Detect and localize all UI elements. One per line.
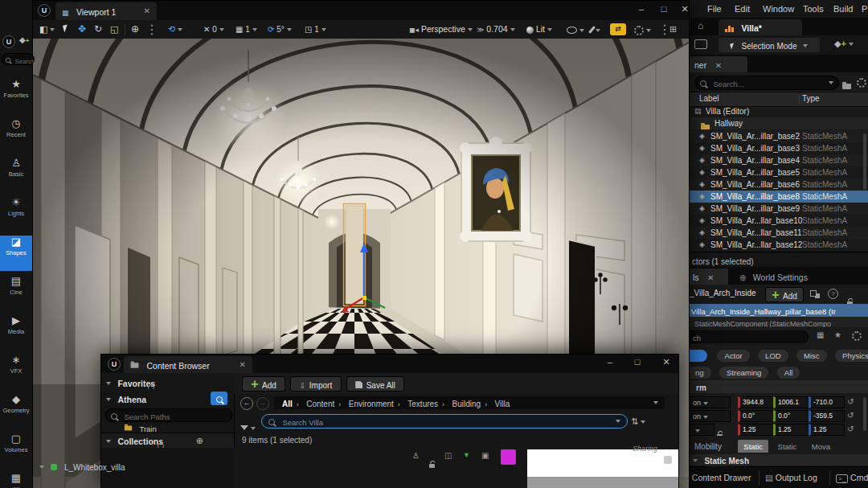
add-component-button[interactable]: + Add [765, 287, 804, 302]
sidebar-item-all[interactable]: ▦All [0, 472, 32, 488]
show-flags-icon[interactable] [567, 20, 584, 39]
sidebar-item-basic[interactable]: ♙Basic [0, 157, 32, 192]
filter-chip-all[interactable]: All [777, 367, 800, 379]
editor-mode-icon[interactable]: ◧ [39, 20, 55, 39]
cb-title-bar[interactable]: U Content Browser ✕ – □ ✕ [101, 355, 678, 373]
favorites-star-icon[interactable]: ★ [834, 330, 841, 339]
blueprint-icon[interactable] [810, 290, 817, 297]
tree-row-folder[interactable]: Hallway [688, 117, 868, 129]
outliner-search-input[interactable]: Search... [694, 76, 839, 90]
search-icon[interactable] [148, 384, 154, 389]
folder-row-train[interactable]: Train [101, 423, 234, 432]
scale-lock-icon[interactable] [717, 434, 723, 436]
component-row-sub[interactable]: StaticMeshComponent (StaticMeshCompo [688, 317, 868, 327]
reset-icon[interactable]: ↺ [847, 423, 854, 435]
sort-view-options-icon[interactable]: ⇅ [631, 412, 645, 431]
add-quick-icon[interactable]: ◆+ [19, 35, 29, 44]
transform-value-y[interactable]: 1.25 [773, 424, 809, 436]
maximize-icon[interactable]: □ [655, 4, 673, 14]
help-icon[interactable]: ? [828, 289, 838, 299]
sidebar-item-media[interactable]: ▶Media [0, 314, 32, 350]
close-icon[interactable]: ✕ [144, 2, 150, 20]
details-tab[interactable]: ls ✕ [688, 269, 728, 285]
breadcrumb-villa[interactable]: Villa [495, 400, 510, 408]
maximize-icon[interactable]: □ [628, 357, 646, 367]
reset-icon[interactable]: ↺ [847, 409, 854, 421]
scale-tool-icon[interactable]: ◱ [110, 20, 118, 39]
breadcrumb-content[interactable]: Content [306, 400, 334, 408]
sidebar-item-vfx[interactable]: ∗VFX [0, 354, 32, 389]
more-options-icon[interactable]: ⋮ [145, 20, 158, 39]
outliner-row[interactable]: ◈SM_Villa_Ar...illar_base6StaticMeshA [688, 178, 868, 191]
outliner-row[interactable]: ◈SM_Villa_Ar...llar_base12StaticMeshA [688, 239, 868, 251]
menu-clipped[interactable]: P [862, 0, 867, 18]
tree-row-root[interactable]: ▤ Villa (Editor) [688, 105, 868, 117]
output-log-button[interactable]: ▤ Output Log [765, 467, 817, 488]
cb-add-button[interactable]: + Add [242, 376, 285, 392]
cb-save-all-button[interactable]: Save All [346, 376, 404, 392]
viewport-settings-button[interactable] [634, 20, 651, 39]
add-actor-button[interactable]: ◆+ [834, 39, 854, 49]
menu-file[interactable]: File [707, 0, 722, 18]
filter-chip-actor[interactable]: Actor [717, 350, 749, 362]
reset-icon[interactable]: ↺ [847, 396, 854, 408]
outliner-row[interactable]: ◈SM_Villa_Ar...llar_base10StaticMeshA [688, 215, 868, 227]
close-icon[interactable]: ✕ [657, 357, 675, 367]
world-space-icon[interactable]: ⊕ [131, 20, 139, 39]
breadcrumb-building[interactable]: Building [452, 400, 481, 408]
sidebar-item-favorites[interactable]: ★Favorites [0, 78, 32, 113]
mobility-static[interactable]: Static [738, 440, 768, 453]
chevron-down-icon[interactable]: ▼ [463, 451, 470, 459]
collections-section[interactable]: Collections ⊕ [101, 433, 234, 449]
outliner-row[interactable]: ◈SM_Villa_Ar...llar_base11StaticMeshA [688, 227, 868, 239]
brush-size-icon[interactable] [591, 20, 600, 39]
details-settings-icon[interactable] [852, 331, 862, 341]
menu-tools[interactable]: Tools [803, 0, 824, 18]
camera-bookmark-icon[interactable] [694, 39, 707, 49]
breadcrumb-all[interactable]: All [282, 400, 293, 408]
breadcrumb-environment[interactable]: Environment [349, 400, 394, 408]
filter-chip-selected[interactable] [688, 350, 707, 362]
outliner-scrollbar[interactable] [863, 133, 866, 190]
view-mode-dropdown[interactable]: Lit [526, 20, 552, 39]
static-mesh-section-header[interactable]: Static Mesh [688, 454, 868, 465]
overlay-button[interactable] [664, 456, 672, 464]
rotate-tool-icon[interactable]: ↻ [94, 20, 102, 39]
transform-value-x[interactable]: 1.25 [738, 424, 774, 436]
mobility-movable[interactable]: Mova [806, 440, 836, 453]
outliner-row[interactable]: ◈SM_Villa_Ar...illar_base3StaticMeshA [688, 142, 868, 154]
transform-row-dropdown[interactable]: on [688, 396, 731, 408]
grid-snap-button[interactable]: ▦ 1 [235, 20, 257, 39]
perspective-dropdown[interactable]: ◼◂ Perspective [409, 20, 473, 39]
world-settings-tab[interactable]: ⊕ World Settings [739, 269, 852, 285]
cb-tab[interactable]: Content Browser ✕ [124, 356, 252, 373]
transform-value-y[interactable]: 0.0° [773, 410, 809, 422]
menu-build[interactable]: Build [833, 0, 853, 18]
filter-icon[interactable] [240, 418, 256, 431]
athena-section[interactable]: Athena [101, 391, 234, 406]
filter-chip-rendering[interactable]: ng [688, 367, 711, 379]
cb-import-button[interactable]: ⇩ Import [290, 376, 342, 392]
transform-row-dropdown[interactable] [688, 424, 714, 436]
surface-snap-icon[interactable]: ⟲ [168, 20, 182, 39]
transform-value-z[interactable]: -359.5 [809, 410, 845, 422]
texture-thumb-magenta[interactable] [501, 449, 516, 465]
content-drawer-button[interactable]: ▦ Content Drawer [682, 467, 751, 488]
mobility-stationary[interactable]: Static [772, 440, 803, 453]
close-icon[interactable]: ✕ [676, 4, 694, 14]
close-icon[interactable]: ✕ [240, 356, 246, 373]
menu-window[interactable]: Window [763, 0, 794, 18]
filter-chip-misc[interactable]: Misc [796, 350, 827, 362]
outliner-row[interactable]: ◈SM_Villa_Ar...illar_base5StaticMeshA [688, 166, 868, 178]
camera-speed-button[interactable]: ≫ 0.704 [477, 20, 515, 39]
blueprint-asset-icon[interactable]: ◫ [444, 451, 452, 460]
transform-value-x[interactable]: 0.0° [738, 410, 774, 422]
details-search-input[interactable]: ch [688, 330, 809, 343]
rail-search-input[interactable]: Search [2, 53, 35, 65]
outliner-row[interactable]: ◈SM_Villa_Ar...illar_base9StaticMeshA [688, 203, 868, 215]
outliner-settings-icon[interactable] [857, 78, 866, 88]
cmd-button[interactable]: >_ Cmd [836, 467, 868, 488]
search-paths-input[interactable]: Search Paths [105, 408, 232, 422]
move-tool-icon[interactable]: ✥ [78, 20, 86, 39]
sidebar-item-lights[interactable]: ☀Lights [0, 196, 32, 232]
